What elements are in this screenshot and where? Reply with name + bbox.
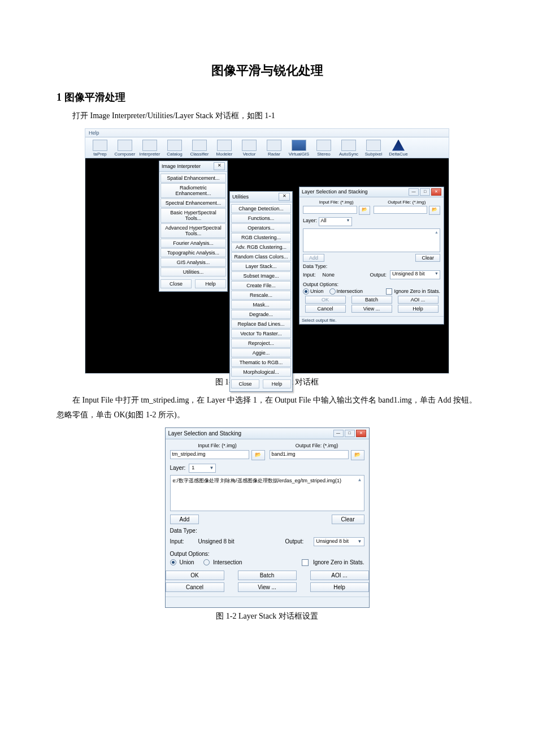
menu-utilities[interactable]: Utilities... (160, 267, 226, 277)
doc-title: 图像平滑与锐化处理 (57, 62, 477, 79)
layer-label: Layer: (303, 218, 317, 223)
union-label: Union (180, 559, 194, 565)
output-file-label: Output File: (*.img) (374, 200, 441, 205)
output-file-field[interactable] (374, 206, 428, 214)
close-icon[interactable]: ✕ (431, 188, 441, 196)
toolbar-btn-stereo[interactable]: Stereo (311, 139, 336, 157)
menu-morphological[interactable]: Morphological... (231, 368, 291, 377)
layer-list[interactable]: e:/数字遥感图像处理 刘咏梅/遥感图像处理数据/erdas_eg/tm_str… (170, 475, 364, 511)
maximize-icon[interactable]: □ (420, 188, 430, 196)
toolbar-btn-composer[interactable]: Composer (112, 139, 137, 157)
ok-button[interactable]: OK (166, 571, 224, 580)
menu-subset-image[interactable]: Subset Image... (231, 271, 291, 280)
menu-vector-to-raster[interactable]: Vector To Raster... (231, 329, 291, 338)
layer-list[interactable] (303, 228, 440, 252)
document-page: 图像平滑与锐化处理 1 图像平滑处理 打开 Image Interpreter/… (0, 0, 534, 756)
toolbar-btn-classifier[interactable]: Classifier (187, 139, 212, 157)
cancel-button[interactable]: Cancel (305, 305, 346, 313)
dialog-status: Select output file. (299, 316, 444, 324)
toolbar-btn-autosync[interactable]: AutoSync (336, 139, 361, 157)
menu-replace-bad-lines[interactable]: Replace Bad Lines... (231, 319, 291, 329)
ignore-zero-checkbox[interactable] (386, 288, 392, 295)
toolbar-btn-modeler[interactable]: Modeler (212, 139, 237, 157)
layer-select[interactable]: All (319, 217, 352, 226)
menu-create-file[interactable]: Create File... (231, 281, 291, 290)
batch-button[interactable]: Batch (351, 296, 392, 304)
close-icon[interactable]: ✕ (214, 162, 225, 170)
menubar-help[interactable]: Help (85, 129, 449, 137)
toolbar-btn-radar[interactable]: Radar (262, 139, 286, 157)
cancel-button[interactable]: Cancel (166, 582, 224, 592)
aoi-button[interactable]: AOI ... (398, 296, 439, 304)
output-type-select[interactable]: Unsigned 8 bit (314, 537, 364, 546)
add-button[interactable]: Add (170, 515, 199, 524)
open-file-icon[interactable]: 📂 (251, 450, 265, 460)
menu-rescale[interactable]: Rescale... (231, 291, 291, 300)
help-button[interactable]: Help (398, 305, 439, 313)
toolbar-btn-interpreter[interactable]: Interpreter (137, 139, 162, 157)
clear-button[interactable]: Clear (332, 515, 364, 524)
menu-gis-analysis[interactable]: GIS Analysis... (160, 258, 226, 267)
menu-rgb-clustering[interactable]: RGB Clustering... (231, 233, 291, 242)
maximize-icon[interactable]: □ (345, 430, 355, 437)
menu-radiometric-enhancement[interactable]: Radiometric Enhancement... (160, 183, 226, 198)
add-button[interactable]: Add (303, 254, 324, 262)
aoi-button[interactable]: AOI ... (310, 571, 369, 580)
input-file-label: Input File: (*.img) (170, 443, 265, 448)
union-label: Union (310, 288, 324, 294)
menu-operators[interactable]: Operators... (231, 223, 291, 232)
open-file-icon[interactable]: 📂 (351, 450, 364, 460)
workspace-area: Image Interpreter ✕ Spatial Enhancement.… (85, 158, 449, 373)
open-file-icon[interactable]: 📂 (429, 206, 440, 215)
menu-reproject[interactable]: Reproject... (231, 339, 291, 348)
union-radio[interactable] (170, 559, 176, 565)
menu-random-class-colors[interactable]: Random Class Colors... (231, 252, 291, 261)
menu-fourier-analysis[interactable]: Fourier Analysis... (160, 239, 226, 248)
menu-aggie[interactable]: Aggie... (231, 348, 291, 357)
menu-adv-rgb-clustering[interactable]: Adv. RGB Clustering... (231, 243, 291, 252)
layer-select[interactable]: 1 (189, 464, 216, 473)
intersection-radio[interactable] (203, 559, 210, 565)
close-icon[interactable]: ✕ (279, 193, 290, 201)
menu-basic-hyperspectral[interactable]: Basic HyperSpectral Tools... (160, 208, 226, 223)
menu-layer-stack[interactable]: Layer Stack... (231, 262, 291, 271)
menu-thematic-to-rgb[interactable]: Thematic to RGB... (231, 358, 291, 367)
minimize-icon[interactable]: — (409, 188, 419, 196)
close-icon[interactable]: ✕ (356, 430, 366, 437)
menu-spectral-enhancement[interactable]: Spectral Enhancement... (160, 198, 226, 208)
menu-degrade[interactable]: Degrade... (231, 310, 291, 319)
toolbar-btn-vector[interactable]: Vector (237, 139, 262, 157)
menu-spatial-enhancement[interactable]: Spatial Enhancement... (160, 174, 226, 183)
clear-button[interactable]: Clear (415, 254, 440, 262)
output-file-field[interactable]: band1.img (270, 450, 349, 459)
view-button[interactable]: View ... (238, 582, 297, 592)
open-file-icon[interactable]: 📂 (359, 206, 370, 215)
util-help-button[interactable]: Help (263, 379, 291, 388)
interp-close-button[interactable]: Close (160, 279, 192, 288)
interp-help-button[interactable]: Help (195, 279, 226, 288)
toolbar-btn-subpixel[interactable]: Subpixel (361, 139, 386, 157)
batch-button[interactable]: Batch (238, 571, 297, 580)
menu-mask[interactable]: Mask... (231, 300, 291, 309)
help-button[interactable]: Help (310, 582, 369, 592)
ignore-zero-checkbox[interactable] (302, 559, 309, 566)
output-type-select[interactable]: Unsigned 8 bit (390, 270, 440, 279)
menu-topographic-analysis[interactable]: Topographic Analysis... (160, 248, 226, 257)
view-button[interactable]: View ... (351, 305, 392, 313)
util-close-button[interactable]: Close (231, 379, 259, 388)
minimize-icon[interactable]: — (333, 430, 344, 437)
layer-label: Layer: (170, 465, 186, 471)
union-radio[interactable] (303, 288, 309, 295)
toolbar-btn-deltacue[interactable]: DeltaCue (386, 139, 411, 157)
input-file-field[interactable]: tm_striped.img (170, 450, 249, 459)
input-file-field[interactable] (303, 206, 357, 214)
toolbar-btn-taprep[interactable]: taPrep (88, 139, 112, 157)
menu-change-detection[interactable]: Change Detection... (231, 204, 291, 213)
composer-icon (118, 140, 132, 151)
menu-functions[interactable]: Functions... (231, 214, 291, 223)
intersection-radio[interactable] (329, 288, 336, 295)
toolbar-btn-virtualgis[interactable]: VirtualGIS (286, 139, 311, 157)
toolbar-btn-catalog[interactable]: Catalog (162, 139, 187, 157)
ok-button[interactable]: OK (305, 296, 346, 304)
menu-advanced-hyperspectral[interactable]: Advanced HyperSpectral Tools... (160, 223, 226, 238)
